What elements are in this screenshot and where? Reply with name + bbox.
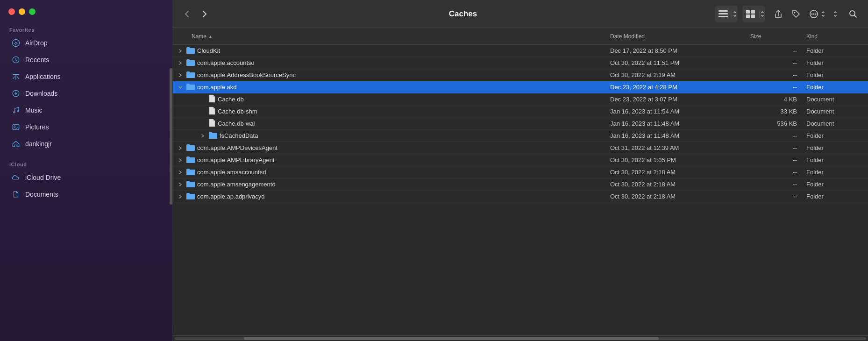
documents-icon — [11, 190, 21, 199]
forward-button[interactable] — [198, 7, 211, 21]
sidebar-item-applications[interactable]: Applications — [4, 69, 169, 85]
scrollbar-track[interactable] — [175, 337, 866, 340]
action-button[interactable] — [806, 7, 821, 21]
horizontal-scrollbar[interactable] — [173, 335, 868, 341]
back-button[interactable] — [180, 7, 193, 21]
cell-kind: Folder — [803, 71, 868, 78]
svg-point-17 — [811, 13, 813, 14]
sidebar-item-recents[interactable]: Recents — [4, 52, 169, 68]
expand-arrow[interactable] — [177, 71, 184, 79]
sidebar-item-documents[interactable]: Documents — [4, 186, 169, 202]
file-table: Name ▲ Date Modified Size Kind CloudKitD… — [173, 28, 868, 341]
grid-view-button[interactable] — [743, 7, 758, 21]
cell-date: Oct 30, 2022 at 11:51 PM — [606, 59, 747, 66]
file-name: Cache.db — [218, 96, 244, 103]
table-row[interactable]: com.apple.AMPLibraryAgentOct 30, 2022 at… — [173, 154, 868, 166]
cell-name: Cache.db-shm — [173, 107, 606, 116]
cell-size: -- — [747, 193, 803, 200]
document-icon — [208, 107, 216, 116]
table-row[interactable]: Cache.db-walJan 16, 2023 at 11:48 AM536 … — [173, 118, 868, 130]
table-row[interactable]: com.apple.ap.adprivacydOct 30, 2022 at 2… — [173, 191, 868, 203]
path-button[interactable] — [828, 7, 843, 21]
expand-arrow[interactable] — [199, 96, 206, 103]
expand-arrow[interactable] — [177, 47, 184, 55]
sidebar-item-airdrop[interactable]: AirDrop — [4, 35, 169, 51]
cell-kind: Document — [803, 120, 868, 127]
cell-name: com.apple.AMPLibraryAgent — [173, 156, 606, 165]
sidebar-item-applications-label: Applications — [25, 73, 61, 80]
window-controls — [8, 8, 36, 15]
toolbar-actions — [715, 6, 861, 22]
expand-arrow[interactable] — [177, 193, 184, 200]
table-row[interactable]: com.apple.amsengagementdOct 30, 2022 at … — [173, 178, 868, 191]
col-date-header[interactable]: Date Modified — [606, 33, 747, 40]
sidebar-scrollbar[interactable] — [170, 0, 172, 341]
sidebar-item-icloud-drive[interactable]: iCloud Drive — [4, 170, 169, 185]
cell-date: Oct 31, 2022 at 12:39 AM — [606, 144, 747, 151]
sidebar-item-music[interactable]: Music — [4, 102, 169, 118]
expand-arrow[interactable] — [177, 84, 184, 91]
cell-kind: Folder — [803, 59, 868, 66]
cell-size: -- — [747, 71, 803, 78]
file-name: com.apple.AddressBookSourceSync — [197, 71, 296, 78]
svg-rect-12 — [751, 10, 755, 14]
share-button[interactable] — [771, 7, 786, 21]
expand-arrow[interactable] — [177, 181, 184, 188]
scrollbar-thumb[interactable] — [244, 337, 659, 340]
sidebar-item-documents-label: Documents — [25, 191, 58, 198]
sidebar-item-downloads[interactable]: Downloads — [4, 85, 169, 101]
cell-name: com.apple.AMPDevicesAgent — [173, 143, 606, 153]
sidebar-item-pictures[interactable]: Pictures — [4, 119, 169, 135]
expand-arrow[interactable] — [199, 108, 206, 115]
tag-button[interactable] — [789, 7, 804, 21]
table-row[interactable]: com.apple.AddressBookSourceSyncOct 30, 2… — [173, 69, 868, 81]
folder-icon — [186, 71, 195, 80]
table-row[interactable]: Cache.dbDec 23, 2022 at 3:07 PM4 KBDocum… — [173, 93, 868, 106]
sidebar-item-home[interactable]: dankingjr — [4, 136, 169, 152]
svg-rect-6 — [13, 125, 19, 130]
table-row[interactable]: com.apple.AMPDevicesAgentOct 31, 2022 at… — [173, 142, 868, 154]
folder-icon — [186, 156, 195, 165]
cell-date: Oct 30, 2022 at 2:18 AM — [606, 181, 747, 188]
cell-name: com.apple.amsengagementd — [173, 180, 606, 189]
toolbar: Caches — [173, 0, 868, 28]
cell-size: -- — [747, 84, 803, 91]
close-button[interactable] — [8, 8, 15, 15]
table-row[interactable]: com.apple.amsaccountsdOct 30, 2022 at 2:… — [173, 166, 868, 178]
svg-rect-8 — [719, 10, 728, 12]
expand-arrow[interactable] — [177, 59, 184, 67]
folder-icon — [186, 46, 195, 56]
minimize-button[interactable] — [19, 8, 25, 15]
expand-arrow[interactable] — [199, 120, 206, 128]
list-view-button[interactable] — [716, 7, 731, 21]
expand-arrow[interactable] — [199, 132, 206, 140]
icloud-label: iCloud — [0, 158, 172, 169]
cell-kind: Folder — [803, 181, 868, 188]
col-size-header[interactable]: Size — [747, 33, 803, 40]
search-button[interactable] — [846, 7, 861, 21]
file-name: com.apple.AMPDevicesAgent — [197, 144, 277, 151]
folder-icon — [186, 83, 195, 92]
maximize-button[interactable] — [29, 8, 36, 15]
table-row[interactable]: fsCachedDataJan 16, 2023 at 11:48 AM--Fo… — [173, 130, 868, 142]
expand-arrow[interactable] — [177, 169, 184, 176]
cell-name: fsCachedData — [173, 131, 606, 141]
cell-date: Jan 16, 2023 at 11:54 AM — [606, 108, 747, 115]
table-row[interactable]: com.apple.akdDec 23, 2022 at 4:28 PM--Fo… — [173, 81, 868, 93]
svg-rect-14 — [751, 14, 755, 18]
svg-rect-10 — [719, 16, 728, 17]
svg-point-15 — [794, 12, 796, 13]
col-kind-header[interactable]: Kind — [803, 33, 868, 40]
expand-arrow[interactable] — [177, 156, 184, 164]
table-row[interactable]: com.apple.accountsdOct 30, 2022 at 11:51… — [173, 57, 868, 69]
cell-kind: Document — [803, 96, 868, 103]
cell-date: Oct 30, 2022 at 2:18 AM — [606, 169, 747, 176]
col-name-header[interactable]: Name ▲ — [173, 33, 606, 40]
cell-name: CloudKit — [173, 46, 606, 56]
table-row[interactable]: CloudKitDec 17, 2022 at 8:50 PM--Folder — [173, 45, 868, 57]
table-row[interactable]: Cache.db-shmJan 16, 2023 at 11:54 AM33 K… — [173, 106, 868, 118]
file-name: Cache.db-wal — [218, 120, 255, 127]
file-name: com.apple.amsengagementd — [197, 181, 276, 188]
cell-date: Oct 30, 2022 at 1:05 PM — [606, 156, 747, 163]
expand-arrow[interactable] — [177, 144, 184, 152]
